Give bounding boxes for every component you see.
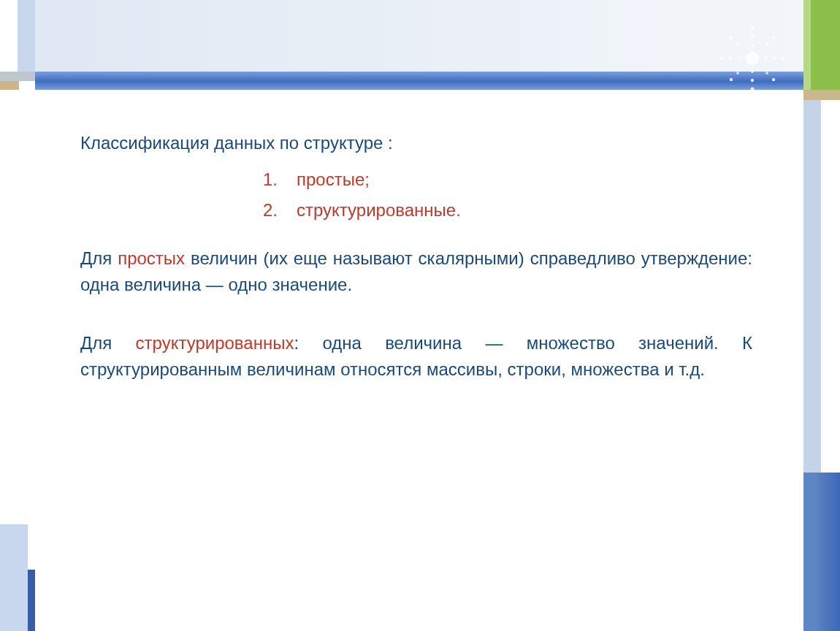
list-item: 1. простые; <box>80 167 752 193</box>
list-text: структурированные. <box>297 197 461 223</box>
list-text: простые; <box>297 167 370 193</box>
header-bar <box>35 72 803 90</box>
list-number: 2. <box>80 197 297 223</box>
paragraph-simple: Для простых величин (их еще называют ска… <box>80 245 752 298</box>
list-item: 2. структурированные. <box>80 197 752 223</box>
header-band <box>35 0 803 72</box>
paragraph-structured: Для структурированных: одна величина — м… <box>80 330 752 383</box>
highlight-simple: простых <box>118 248 185 268</box>
highlight-structured: структурированных <box>136 333 294 353</box>
right-border-strip <box>803 0 840 631</box>
list-number: 1. <box>80 167 297 193</box>
left-border-strip <box>0 0 35 631</box>
text-fragment: Для <box>80 333 136 353</box>
text-fragment: Для <box>80 248 118 268</box>
classification-list: 1. простые; 2. структурированные. <box>80 167 752 223</box>
slide-content: Классификация данных по структуре : 1. п… <box>80 130 752 383</box>
classification-heading: Классификация данных по структуре : <box>80 130 752 156</box>
